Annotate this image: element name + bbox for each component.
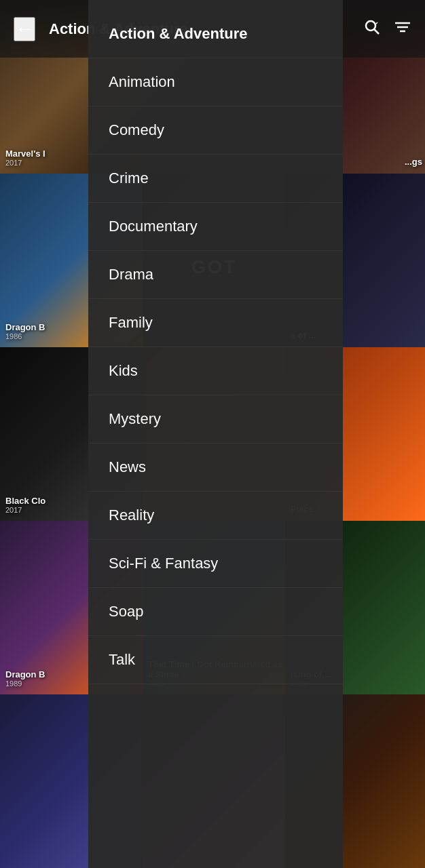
- search-icon[interactable]: [364, 19, 380, 39]
- genre-item-comedy[interactable]: Comedy: [88, 106, 343, 155]
- poster-marvels-year: 2017: [5, 159, 45, 167]
- poster-dragonball-year: 1986: [5, 332, 45, 340]
- poster-vikings-title: ...gs: [405, 157, 422, 167]
- genre-item-scifi-fantasy[interactable]: Sci-Fi & Fantasy: [88, 540, 343, 588]
- svg-point-0: [366, 21, 375, 31]
- genre-item-mystery[interactable]: Mystery: [88, 395, 343, 443]
- poster-marvels-title: Marvel's I: [5, 149, 45, 159]
- genre-item-documentary[interactable]: Documentary: [88, 203, 343, 251]
- poster-blackclover-title: Black Clo: [5, 496, 45, 506]
- genre-item-kids[interactable]: Kids: [88, 347, 343, 395]
- poster-blackclover-year: 2017: [5, 506, 45, 514]
- back-button[interactable]: ←: [14, 17, 35, 41]
- genre-item-action-adventure[interactable]: Action & Adventure: [88, 10, 343, 58]
- genre-item-drama[interactable]: Drama: [88, 251, 343, 299]
- svg-line-2: [375, 22, 377, 24]
- genre-item-soap[interactable]: Soap: [88, 588, 343, 636]
- header-icons: [364, 19, 411, 39]
- genre-item-family[interactable]: Family: [88, 299, 343, 347]
- svg-line-1: [374, 29, 379, 34]
- poster-dragonball-title: Dragon B: [5, 322, 45, 332]
- genre-item-reality[interactable]: Reality: [88, 492, 343, 540]
- genre-dropdown: Action & AdventureAnimationComedyCrimeDo…: [88, 0, 343, 868]
- genre-item-news[interactable]: News: [88, 443, 343, 492]
- filter-icon[interactable]: [394, 19, 411, 39]
- genre-item-talk[interactable]: Talk: [88, 636, 343, 684]
- poster-dragonballz-title: Dragon B: [5, 669, 45, 679]
- genre-item-crime[interactable]: Crime: [88, 155, 343, 203]
- poster-dragonballz-year: 1989: [5, 679, 45, 688]
- genre-item-animation[interactable]: Animation: [88, 58, 343, 106]
